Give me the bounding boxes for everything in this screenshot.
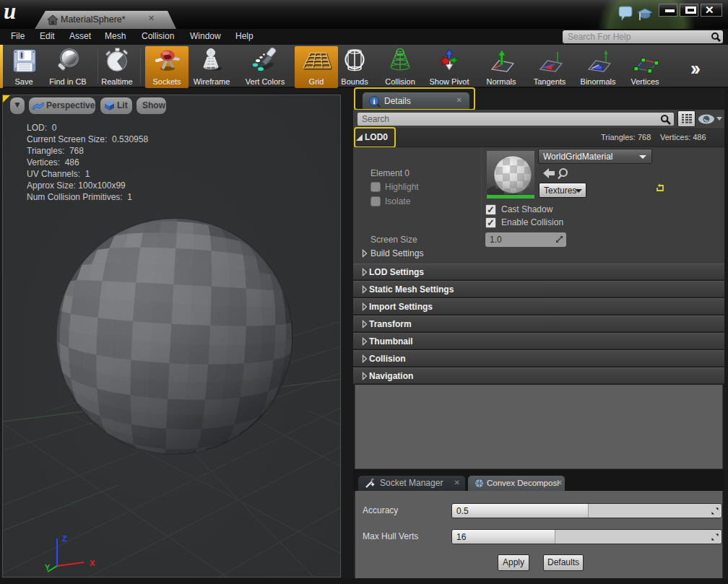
svg-text:Z: Z [62, 534, 67, 543]
svg-text:X: X [90, 559, 95, 567]
svg-text:Y: Y [45, 563, 51, 572]
